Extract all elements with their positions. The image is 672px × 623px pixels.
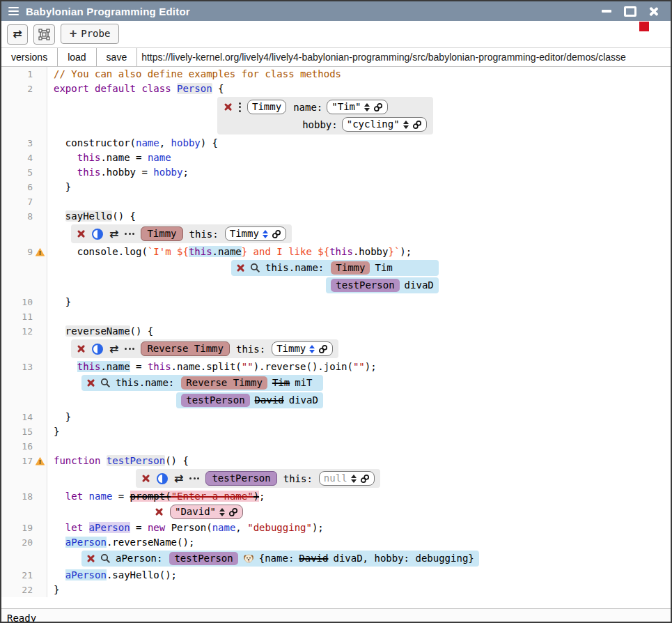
toggle-icon[interactable] (92, 344, 103, 355)
field-value-box[interactable]: "cycling" (342, 117, 427, 132)
editor-line: 3 constructor(name, hobby) { (1, 136, 671, 151)
code-line[interactable]: } (54, 295, 671, 309)
code-line[interactable]: function testPerson() { (54, 454, 671, 468)
warning-icon[interactable]: ! (35, 456, 45, 466)
close-icon[interactable] (649, 7, 658, 16)
example-badge[interactable]: Reverse Timmy (141, 341, 230, 356)
warning-icon[interactable]: ! (35, 247, 45, 256)
value-spinner[interactable] (219, 508, 225, 516)
editor-line: 17!function testPerson() { (1, 454, 671, 468)
versions-button[interactable]: versions (1, 48, 58, 66)
close-icon[interactable] (236, 263, 245, 272)
editor-line: 19 let aPerson = new Person(name, "debug… (1, 521, 671, 535)
value-spinner[interactable] (351, 475, 357, 483)
link-icon[interactable] (318, 344, 328, 354)
code-line[interactable]: let aPerson = new Person(name, "debuggin… (54, 521, 671, 535)
close-icon[interactable] (86, 554, 95, 563)
close-icon[interactable] (141, 474, 150, 483)
load-button[interactable]: load (58, 48, 96, 66)
frame-select-button[interactable] (33, 24, 55, 45)
code-line[interactable]: this.name = name (54, 151, 671, 165)
spinner-down-icon[interactable] (263, 235, 268, 238)
spinner-up-icon[interactable] (219, 508, 225, 512)
spinner-down-icon[interactable] (219, 513, 225, 516)
swap-button[interactable]: ⇄ (7, 24, 28, 45)
value-spinner[interactable] (309, 345, 315, 353)
close-icon[interactable] (77, 229, 86, 238)
spinner-up-icon[interactable] (309, 345, 315, 348)
code-line[interactable]: sayHello() { (54, 209, 671, 224)
add-probe-button[interactable]: + Probe (61, 24, 119, 44)
more-icon[interactable] (125, 233, 134, 235)
link-icon[interactable] (373, 102, 383, 112)
code-token: Person( (165, 522, 212, 533)
code-line[interactable]: } (54, 583, 671, 597)
code-line[interactable]: } (54, 180, 671, 194)
spinner-up-icon[interactable] (263, 230, 268, 233)
code-line[interactable]: aPerson.sayHello(); (54, 568, 671, 583)
spinner-down-icon[interactable] (403, 125, 409, 129)
example-badge[interactable]: Timmy (331, 261, 370, 275)
swap-icon[interactable]: ⇄ (109, 229, 118, 240)
warning-slot-empty (33, 537, 47, 548)
more-icon[interactable] (189, 477, 199, 479)
example-badge[interactable]: Timmy (141, 226, 182, 241)
value-spinner[interactable] (403, 121, 409, 129)
value-spinner[interactable] (263, 230, 268, 238)
spinner-up-icon[interactable] (364, 103, 370, 107)
close-icon[interactable] (224, 102, 233, 111)
code-editor[interactable]: 1// You can also define examples for cla… (1, 67, 671, 608)
more-icon[interactable] (125, 348, 134, 350)
this-select[interactable]: null (319, 471, 375, 486)
code-line[interactable]: reverseName() { (54, 324, 671, 339)
this-select[interactable]: Timmy (225, 226, 286, 241)
line-number: 13 (22, 361, 33, 374)
example-badge[interactable]: testPerson (181, 394, 249, 407)
example-badge[interactable]: testPerson (205, 471, 276, 486)
swap-icon[interactable]: ⇄ (174, 473, 183, 484)
code-line[interactable]: this.name = this.name.split("").reverse(… (54, 360, 671, 374)
close-icon[interactable] (77, 344, 86, 353)
probe-magnifier-icon[interactable] (100, 553, 111, 564)
save-button[interactable]: save (97, 48, 138, 66)
maximize-icon[interactable] (624, 6, 636, 17)
example-name-box[interactable]: Timmy (247, 100, 286, 114)
drag-handle-icon[interactable] (239, 102, 241, 112)
swap-icon[interactable]: ⇄ (109, 344, 118, 355)
value-spinner[interactable] (364, 103, 370, 111)
dog-emoji-icon[interactable] (243, 553, 254, 564)
replacement-value-box[interactable]: "David" (170, 505, 243, 519)
link-icon[interactable] (412, 120, 422, 130)
code-line[interactable]: console.log(`I'm ${this.name} and I like… (54, 245, 671, 259)
minimize-icon[interactable] (602, 10, 611, 13)
field-value-box[interactable]: "Tim" (327, 100, 388, 114)
this-select[interactable]: Timmy (272, 341, 333, 356)
close-icon[interactable] (155, 507, 164, 516)
toggle-icon[interactable] (92, 229, 103, 240)
spinner-down-icon[interactable] (351, 479, 357, 483)
spinner-down-icon[interactable] (309, 350, 315, 353)
spinner-up-icon[interactable] (351, 475, 357, 478)
example-badge[interactable]: Reverse Timmy (181, 376, 267, 390)
probe-magnifier-icon[interactable] (250, 263, 260, 273)
url-input[interactable]: https://lively-kernel.org/lively4/lively… (137, 48, 671, 66)
code-line[interactable]: // You can also define examples for clas… (54, 67, 671, 82)
code-line[interactable]: } (54, 410, 671, 424)
code-line[interactable]: aPerson.reverseName(); (54, 535, 671, 550)
link-icon[interactable] (272, 229, 281, 239)
spinner-down-icon[interactable] (364, 108, 370, 111)
link-icon[interactable] (360, 474, 370, 484)
toggle-icon[interactable] (157, 473, 168, 484)
spinner-up-icon[interactable] (403, 121, 409, 124)
hamburger-menu-icon[interactable] (8, 7, 19, 16)
close-icon[interactable] (86, 378, 95, 387)
code-line[interactable]: constructor(name, hobby) { (54, 136, 671, 151)
example-badge[interactable]: testPerson (331, 279, 399, 292)
probe-magnifier-icon[interactable] (100, 378, 111, 388)
example-badge[interactable]: testPerson (169, 552, 237, 565)
code-line[interactable]: let name = prompt("Enter a name"); (54, 489, 671, 504)
link-icon[interactable] (228, 507, 238, 517)
code-line[interactable]: } (54, 424, 671, 439)
code-line[interactable]: export default class Person { (54, 82, 671, 96)
code-line[interactable]: this.hobby = hobby; (54, 165, 671, 180)
